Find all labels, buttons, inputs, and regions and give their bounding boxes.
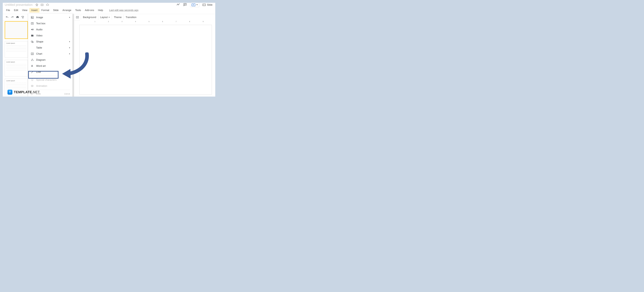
menu-bar: File Edit View Insert Format Slide Arran…	[3, 7, 215, 14]
shortcut-label: Ctrl+K	[64, 93, 70, 95]
svg-text:A: A	[31, 64, 33, 67]
thumbnail[interactable]: Lorem ipsum	[5, 41, 28, 58]
thumb-text: Lorem ipsum	[6, 61, 26, 63]
diagram-icon	[31, 58, 34, 61]
slide-canvas-wrap	[79, 25, 214, 97]
svg-point-4	[32, 17, 32, 17]
chevron-right-icon	[69, 71, 70, 73]
undo-icon[interactable]	[6, 16, 8, 19]
svg-rect-1	[184, 3, 186, 5]
watermark: T TEMPLATE.NET	[8, 90, 40, 95]
activity-icon[interactable]	[176, 3, 180, 7]
slide-thumbnails: Lorem ipsum Lorem ipsum Lorem ipsum	[3, 20, 29, 97]
insert-shape[interactable]: Shape	[28, 39, 72, 45]
chevron-right-icon	[69, 17, 70, 18]
chart-icon	[31, 52, 34, 55]
svg-rect-12	[33, 60, 34, 61]
chevron-down-icon	[196, 4, 198, 5]
insert-wordart-label: Word art	[36, 64, 46, 67]
thumbnail[interactable]: Lorem ipsum	[5, 60, 28, 76]
audio-icon	[31, 28, 34, 31]
insert-chart-label: Chart	[36, 52, 42, 55]
thumb-text: Lorem ipsum	[6, 42, 26, 44]
cloud-icon[interactable]	[46, 3, 49, 6]
thumb-text: Lorem ipsum	[6, 80, 26, 81]
insert-animation-label: Animation	[36, 84, 47, 87]
slideshow-label: Slide	[207, 3, 212, 6]
menu-edit[interactable]: Edit	[12, 8, 20, 12]
chevron-right-icon	[69, 53, 70, 54]
insert-video-label: Video	[36, 34, 42, 37]
play-rect-icon	[202, 4, 206, 6]
menu-insert[interactable]: Insert	[30, 8, 40, 12]
toolbar-right: Background Layout Theme Transition	[74, 15, 138, 20]
insert-video[interactable]: Video	[28, 32, 72, 39]
insert-wordart[interactable]: A Word art	[28, 63, 72, 69]
line-icon	[31, 70, 34, 73]
insert-image[interactable]: Image	[28, 14, 72, 20]
move-icon[interactable]	[40, 3, 44, 6]
transition-button[interactable]: Transition	[124, 15, 138, 20]
comments-icon[interactable]	[183, 3, 187, 7]
menu-help[interactable]: Help	[96, 8, 105, 12]
table-icon	[31, 46, 34, 49]
insert-line[interactable]: Line	[28, 69, 72, 75]
app-window: Untitled presentation Slide	[3, 3, 215, 97]
svg-rect-6	[31, 35, 34, 36]
present-icon	[192, 3, 195, 6]
layout-label: Layout	[100, 16, 108, 19]
title-bar: Untitled presentation Slide	[3, 3, 215, 7]
present-dropdown[interactable]	[190, 3, 199, 7]
menu-arrange[interactable]: Arrange	[60, 8, 73, 12]
insert-diagram-label: Diagram	[36, 58, 46, 61]
new-slide-button[interactable]	[74, 15, 81, 20]
insert-special-characters: Special characters	[28, 77, 72, 83]
toolbar-left	[3, 16, 24, 19]
background-button[interactable]: Background	[81, 15, 98, 20]
insert-dropdown: Image Text box Audio Video Shape	[28, 13, 72, 97]
menu-view[interactable]: View	[20, 8, 30, 12]
menu-format[interactable]: Format	[40, 8, 51, 12]
animation-icon	[31, 84, 34, 87]
layout-button[interactable]: Layout	[98, 15, 112, 20]
insert-shape-label: Shape	[36, 40, 43, 43]
menu-file[interactable]: File	[4, 8, 12, 12]
watermark-badge: T	[8, 90, 12, 95]
print-icon[interactable]	[16, 16, 19, 19]
insert-line-label: Line	[36, 71, 41, 73]
insert-image-label: Image	[36, 16, 43, 19]
insert-table[interactable]: Table	[28, 45, 72, 51]
slide-canvas[interactable]	[79, 25, 212, 94]
document-title[interactable]: Untitled presentation	[5, 3, 32, 7]
insert-audio-label: Audio	[36, 28, 42, 31]
menu-addons[interactable]: Add-ons	[83, 8, 96, 12]
last-edit-link[interactable]: Last edit was seconds ago	[109, 9, 138, 12]
insert-audio[interactable]: Audio	[28, 26, 72, 32]
svg-rect-11	[31, 60, 32, 61]
menu-tools[interactable]: Tools	[73, 8, 83, 12]
insert-textbox[interactable]: Text box	[28, 20, 72, 26]
redo-icon[interactable]	[11, 16, 14, 19]
title-right-actions: Slide	[176, 3, 214, 7]
chevron-right-icon	[69, 47, 70, 48]
paint-format-icon[interactable]	[21, 16, 24, 19]
omega-icon	[31, 78, 34, 81]
insert-chart[interactable]: Chart	[28, 51, 72, 57]
menu-slide[interactable]: Slide	[51, 8, 60, 12]
shape-icon	[31, 40, 34, 43]
image-icon	[31, 16, 34, 19]
svg-point-10	[32, 59, 32, 59]
wordart-icon: A	[31, 64, 34, 67]
thumbnail-selected[interactable]	[5, 21, 28, 39]
insert-special-label: Special characters	[36, 78, 56, 81]
textbox-icon	[31, 22, 34, 25]
chevron-right-icon	[69, 41, 70, 42]
slideshow-button[interactable]: Slide	[202, 3, 212, 6]
video-icon	[31, 34, 34, 37]
insert-diagram[interactable]: Diagram	[28, 57, 72, 63]
theme-button[interactable]: Theme	[112, 15, 124, 20]
chevron-down-icon	[108, 17, 110, 18]
insert-animation: Animation	[28, 83, 72, 89]
star-icon[interactable]	[35, 3, 38, 6]
insert-textbox-label: Text box	[36, 22, 46, 25]
